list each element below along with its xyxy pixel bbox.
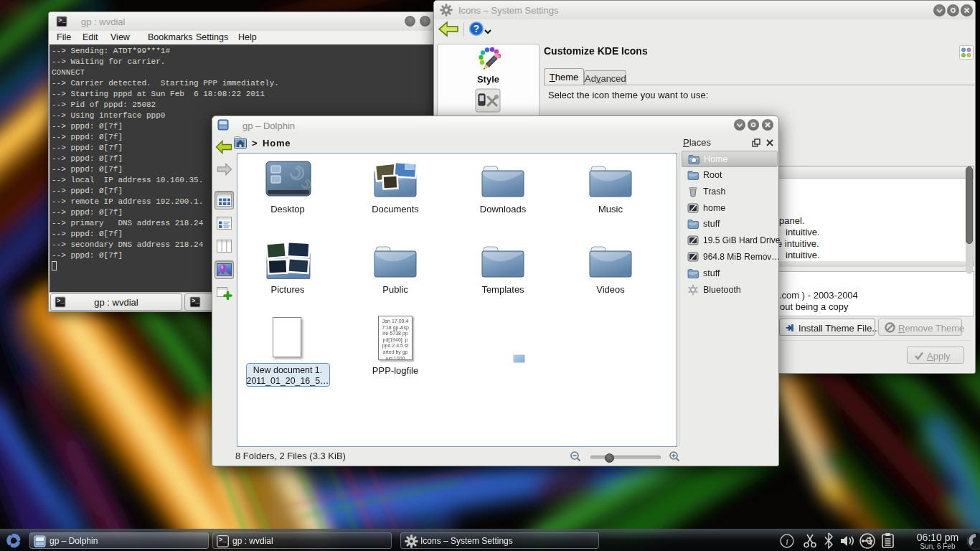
svg-text:?: ?: [473, 23, 480, 34]
svg-text:i: i: [786, 536, 788, 547]
